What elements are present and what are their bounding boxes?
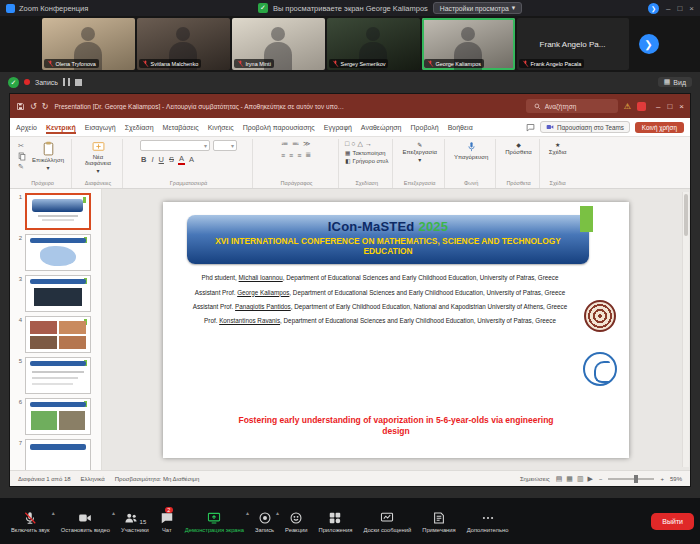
- designer-button[interactable]: ★ Σχέδια: [546, 140, 570, 156]
- slideshow-icon[interactable]: ▶: [588, 475, 593, 483]
- reading-view-icon[interactable]: ▥: [577, 475, 584, 483]
- more-button[interactable]: Дополнительно: [462, 507, 514, 536]
- leave-button[interactable]: Выйти: [651, 513, 694, 530]
- font-size-select[interactable]: ▾: [213, 140, 237, 151]
- italic-button[interactable]: I: [150, 155, 154, 164]
- search-input[interactable]: Αναζήτηση: [526, 99, 618, 113]
- addins-button[interactable]: ◆ Πρόσθετα: [502, 140, 535, 156]
- slide-thumbnail[interactable]: 2: [10, 234, 99, 271]
- tab-record[interactable]: Εγγραφή: [324, 124, 352, 131]
- numbering-icon[interactable]: ≕: [292, 140, 300, 148]
- zoom-percentage[interactable]: 59%: [670, 476, 682, 482]
- language-indicator[interactable]: Ελληνικά: [81, 476, 105, 482]
- slide-thumbnail[interactable]: 6: [10, 398, 99, 435]
- redo-icon[interactable]: ↻: [42, 102, 49, 111]
- tab-slideshow[interactable]: Προβολή παρουσίασης: [243, 124, 315, 131]
- format-painter-icon[interactable]: ✎: [18, 163, 26, 171]
- tab-home[interactable]: Κεντρική: [46, 121, 76, 134]
- record-button[interactable]: ▴ Запись: [250, 507, 279, 536]
- dictate-button[interactable]: Υπαγόρευση: [451, 140, 491, 161]
- close-button[interactable]: ×: [689, 4, 694, 13]
- quick-styles-button[interactable]: ◧ Γρήγορο στυλ: [345, 158, 388, 164]
- reactions-button[interactable]: Реакции: [280, 507, 312, 536]
- copy-icon[interactable]: [18, 152, 26, 161]
- slide-thumbnail[interactable]: 1: [10, 193, 99, 230]
- fullscreen-icon[interactable]: ❯: [648, 3, 659, 14]
- underline-button[interactable]: U: [158, 155, 165, 164]
- video-tile[interactable]: Sergey Semerikov: [327, 18, 420, 70]
- whiteboards-button[interactable]: Доски сообщений: [358, 507, 416, 536]
- participants-button[interactable]: 15 Участники: [116, 507, 154, 536]
- ppt-minimize-button[interactable]: –: [656, 102, 660, 111]
- tab-animations[interactable]: Κινήσεις: [208, 124, 234, 131]
- recording-pause-button[interactable]: [63, 78, 70, 86]
- tab-file[interactable]: Αρχείο: [16, 124, 37, 131]
- tab-insert[interactable]: Εισαγωγή: [85, 124, 116, 131]
- chat-button[interactable]: 2 Чат: [155, 507, 179, 536]
- ppt-close-button[interactable]: ×: [679, 102, 684, 111]
- shapes-gallery[interactable]: □ ○ △ →: [345, 140, 372, 148]
- present-in-teams-button[interactable]: Παρουσίαση στο Teams: [540, 121, 630, 133]
- video-tile-no-video[interactable]: Frank Angelo Pa... Frank Angelo Pacala: [517, 18, 629, 70]
- canvas-scrollbar[interactable]: [682, 192, 689, 467]
- paste-button[interactable]: Επικόλληση ▾: [29, 140, 67, 172]
- align-left-icon[interactable]: ≡: [281, 152, 286, 159]
- video-tile[interactable]: Iryna Minti: [232, 18, 325, 70]
- zoom-in-button[interactable]: +: [660, 476, 664, 482]
- accessibility-status[interactable]: Προσβασιμότητα: Μη Διαθέσιμη: [115, 476, 200, 482]
- justify-icon[interactable]: ≣: [305, 151, 312, 159]
- stop-video-button[interactable]: ▴ Остановить видео: [56, 507, 115, 536]
- alert-badge-icon[interactable]: [637, 102, 646, 111]
- video-tile[interactable]: Svitlana Malchenko: [137, 18, 230, 70]
- new-slide-button[interactable]: Νέα διαφάνεια ▾: [78, 140, 118, 175]
- tab-review[interactable]: Αναθεώρηση: [361, 124, 402, 131]
- tab-transitions[interactable]: Μεταβάσεις: [163, 124, 199, 131]
- mute-button[interactable]: ▴ Включить звук: [6, 507, 55, 536]
- notes-button[interactable]: Примечания: [417, 507, 460, 536]
- undo-icon[interactable]: ↺: [30, 102, 37, 111]
- view-button[interactable]: ▦ Вид: [658, 77, 692, 87]
- align-right-icon[interactable]: ≡: [297, 152, 302, 159]
- slide-sorter-icon[interactable]: ▦: [566, 475, 573, 483]
- normal-view-icon[interactable]: ▤: [556, 475, 563, 483]
- chevron-up-icon[interactable]: ▴: [276, 509, 279, 516]
- ppt-restore-button[interactable]: □: [667, 102, 672, 111]
- maximize-button[interactable]: □: [677, 4, 682, 13]
- tab-design[interactable]: Σχεδίαση: [125, 124, 154, 131]
- next-participants-arrow-button[interactable]: ❯: [639, 34, 659, 54]
- share-button[interactable]: Κοινή χρήση: [635, 122, 684, 133]
- video-tile-active-speaker[interactable]: George Kaliampos: [422, 18, 515, 70]
- slide-thumbnail[interactable]: 4: [10, 316, 99, 353]
- editing-button[interactable]: ✎ Επεξεργασία ▾: [399, 140, 440, 164]
- bullets-icon[interactable]: ≔: [281, 140, 289, 148]
- tab-view[interactable]: Προβολή: [411, 124, 439, 131]
- view-settings-button[interactable]: Настройки просмотра ▾: [433, 2, 522, 14]
- warning-icon[interactable]: ⚠: [624, 102, 631, 111]
- highlight-button[interactable]: A: [188, 155, 195, 164]
- cut-icon[interactable]: ✂: [18, 142, 26, 150]
- chevron-up-icon[interactable]: ▴: [246, 509, 249, 516]
- strikethrough-button[interactable]: S: [168, 155, 175, 164]
- slide-thumbnail[interactable]: 5: [10, 357, 99, 394]
- recording-stop-button[interactable]: [75, 79, 82, 86]
- current-slide[interactable]: ICon-MaSTEd2025 XVI INTERNATIONAL CONFER…: [163, 202, 629, 458]
- zoom-slider[interactable]: [608, 478, 654, 480]
- video-tile[interactable]: Olena Tryfonova: [42, 18, 135, 70]
- indent-icon[interactable]: ≫: [303, 140, 311, 148]
- comments-icon[interactable]: [526, 123, 535, 132]
- zoom-out-button[interactable]: −: [599, 476, 603, 482]
- arrange-button[interactable]: ▦ Τακτοποίηση: [345, 150, 385, 156]
- slide-thumbnail[interactable]: 3: [10, 275, 99, 312]
- notes-toggle[interactable]: Σημειώσεις: [520, 476, 550, 482]
- bold-button[interactable]: B: [140, 155, 147, 164]
- chevron-up-icon[interactable]: ▴: [112, 509, 115, 516]
- chevron-up-icon[interactable]: ▴: [52, 509, 55, 516]
- apps-button[interactable]: Приложения: [313, 507, 357, 536]
- tab-help[interactable]: Βοήθεια: [448, 124, 473, 131]
- minimize-button[interactable]: –: [666, 4, 670, 13]
- share-screen-button[interactable]: ▴ Демонстрация экрана: [180, 507, 249, 536]
- font-name-select[interactable]: ▾: [140, 140, 210, 151]
- slide-thumbnail[interactable]: 7: [10, 439, 99, 470]
- font-color-button[interactable]: A: [178, 154, 185, 165]
- align-center-icon[interactable]: ≡: [289, 152, 294, 159]
